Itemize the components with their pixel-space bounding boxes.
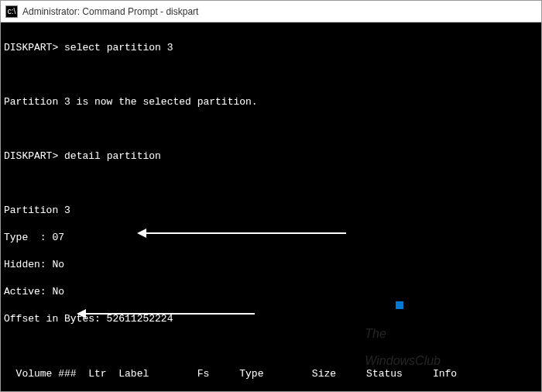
output-line: Partition 3 is now the selected partitio… xyxy=(4,95,538,109)
windows-logo-icon xyxy=(396,301,403,309)
detail-type: Type : 07 xyxy=(4,231,538,245)
blank xyxy=(4,68,538,82)
terminal-output[interactable]: DISKPART> select partition 3 Partition 3… xyxy=(1,22,541,391)
detail-header: Partition 3 xyxy=(4,204,538,218)
blank xyxy=(4,340,538,354)
blank xyxy=(4,122,538,136)
window-titlebar: c:\ Administrator: Command Prompt - disk… xyxy=(1,1,541,22)
prompt-line: DISKPART> detail partition xyxy=(4,150,538,163)
detail-offset: Offset in Bytes: 52611252224 xyxy=(4,312,538,326)
prompt-line: DISKPART> select partition 3 xyxy=(4,41,538,55)
cmd-icon: c:\ xyxy=(5,5,18,18)
detail-hidden: Hidden: No xyxy=(4,258,538,272)
window-title: Administrator: Command Prompt - diskpart xyxy=(22,6,198,17)
table-header: Volume ### Ltr Label Fs Type Size Status… xyxy=(4,367,538,381)
blank xyxy=(4,177,538,191)
detail-active: Active: No xyxy=(4,285,538,299)
